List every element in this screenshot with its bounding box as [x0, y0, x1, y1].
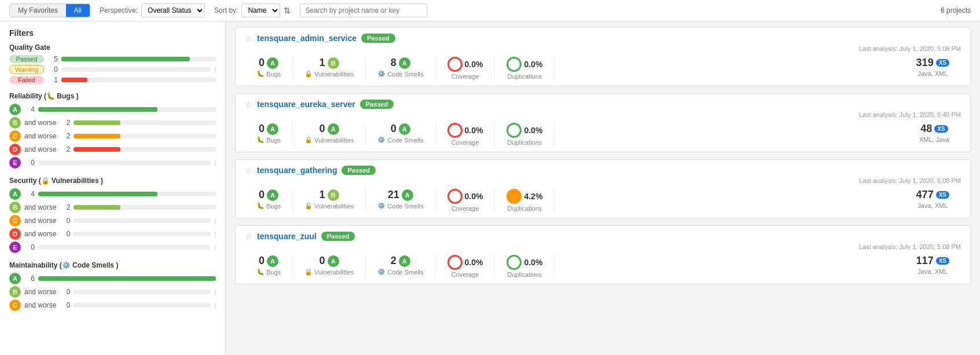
security-B-row: B and worse 2	[9, 202, 216, 213]
status-badge-1: Passed	[360, 100, 394, 109]
quality-gate-warning-row: Warning 0 |	[9, 65, 216, 74]
smells-count-0: 8	[391, 57, 397, 69]
maint-grade-B-badge[interactable]: B	[9, 286, 21, 298]
project-name-3[interactable]: tensquare_zuul	[257, 232, 317, 241]
reliability-C-row: C and worse 2	[9, 130, 216, 142]
warning-badge[interactable]: Warning	[9, 65, 44, 74]
security-B-bar	[74, 205, 120, 210]
coverage-metric-0: 0.0% Coverage	[436, 57, 495, 80]
bugs-label-0: 🐛 Bugs	[256, 70, 281, 78]
smells-metric-2: 21A ⚙️ Code Smells	[366, 189, 435, 212]
security-E-bar-wrap	[38, 245, 211, 250]
bugs-grade-0: A	[267, 57, 278, 69]
failed-badge[interactable]: Failed	[9, 76, 44, 84]
vuln-metric-1: 0A 🔒 Vulnerabilities	[293, 123, 366, 146]
quality-gate-title: Quality Gate	[9, 43, 216, 52]
bugs-count-0: 0	[259, 57, 265, 69]
size-badge-0: XS	[936, 59, 949, 67]
sec-grade-E-badge[interactable]: E	[9, 241, 21, 253]
star-icon-3[interactable]: ☆	[245, 232, 252, 241]
quality-gate-failed-row: Failed 1	[9, 76, 216, 84]
grade-A-badge[interactable]: A	[9, 104, 21, 115]
maint-C-label: and worse	[24, 301, 56, 309]
grade-E-badge[interactable]: E	[9, 157, 21, 169]
coverage-circle-0	[447, 57, 463, 72]
failed-bar	[61, 78, 87, 82]
reliability-D-bar	[74, 147, 120, 152]
sec-grade-C-badge[interactable]: C	[9, 215, 21, 226]
card-header-0: ☆ tensquare_admin_service Passed	[245, 34, 961, 43]
star-icon-1[interactable]: ☆	[245, 100, 252, 109]
dup-metric-2: 4.2% Duplications	[495, 189, 555, 212]
card-header-1: ☆ tensquare_eureka_server Passed	[245, 100, 961, 109]
search-input[interactable]	[300, 3, 427, 17]
grade-C-badge[interactable]: C	[9, 130, 21, 142]
maint-B-row: B and worse 0 |	[9, 286, 216, 298]
quality-gate-passed-row: Passed 5	[9, 55, 216, 63]
smells-grade-1: A	[399, 123, 410, 135]
metrics-row-2: 0A 🐛 Bugs 1B 🔒 Vulnerabilities 21A ⚙️ Co…	[245, 189, 961, 212]
passed-badge[interactable]: Passed	[9, 55, 44, 63]
dup-pct-0: 0.0%	[524, 60, 542, 69]
star-icon-0[interactable]: ☆	[245, 34, 252, 43]
dup-circle-0	[506, 57, 522, 72]
star-icon-2[interactable]: ☆	[245, 166, 252, 175]
vuln-metric-3: 0A 🔒 Vulnerabilities	[293, 255, 366, 278]
reliability-B-bar	[74, 120, 120, 125]
grade-B-badge[interactable]: B	[9, 117, 21, 129]
reliability-title: Reliability (🐛 Bugs )	[9, 92, 216, 100]
reliability-B-row: B and worse 2	[9, 117, 216, 129]
reliability-E-count: 0	[24, 159, 35, 167]
project-name-0[interactable]: tensquare_admin_service	[257, 34, 357, 43]
security-D-bar-wrap	[74, 232, 211, 236]
reliability-D-bar-wrap	[74, 147, 216, 152]
project-card-1: ☆ tensquare_eureka_server Passed Last an…	[235, 93, 971, 152]
status-badge-0: Passed	[361, 34, 395, 43]
sortby-select[interactable]: Name	[241, 3, 280, 17]
reliability-C-label: and worse	[24, 132, 56, 140]
project-name-1[interactable]: tensquare_eureka_server	[257, 100, 355, 109]
project-card-2: ☆ tensquare_gathering Passed Last analys…	[235, 159, 971, 218]
project-name-2[interactable]: tensquare_gathering	[257, 166, 337, 175]
vuln-top-0: 1 B	[320, 57, 339, 69]
maint-C-count: 0	[60, 301, 70, 309]
grade-D-badge[interactable]: D	[9, 144, 21, 155]
maint-B-bar-wrap	[74, 290, 211, 294]
bugs-metric-2: 0A 🐛 Bugs	[245, 189, 293, 212]
card-header-3: ☆ tensquare_zuul Passed	[245, 232, 961, 241]
maint-B-tick: |	[214, 288, 216, 295]
maint-grade-C-badge[interactable]: C	[9, 299, 21, 311]
smells-grade-0: A	[399, 57, 410, 69]
security-A-bar	[38, 192, 157, 196]
sort-direction-icon[interactable]: ⇅	[284, 6, 291, 15]
security-A-bar-wrap	[38, 192, 216, 196]
my-favorites-button[interactable]: My Favorites	[10, 4, 66, 17]
security-A-count: 4	[24, 190, 35, 198]
security-E-tick: |	[214, 244, 216, 251]
maint-grade-A-badge[interactable]: A	[9, 273, 21, 284]
maint-B-label: and worse	[24, 288, 56, 296]
security-D-tick: |	[214, 230, 216, 237]
bugs-metric-0: 0 A 🐛 Bugs	[245, 57, 293, 80]
perspective-select[interactable]: Overall Status	[141, 3, 205, 17]
sec-grade-B-badge[interactable]: B	[9, 202, 21, 213]
dup-circle-2	[506, 189, 522, 204]
smells-grade-3: A	[399, 255, 410, 267]
security-A-row: A 4	[9, 188, 216, 200]
security-B-count: 2	[60, 203, 70, 211]
all-button[interactable]: All	[66, 4, 90, 17]
security-D-row: D and worse 0 |	[9, 228, 216, 240]
bugs-metric-3: 0A 🐛 Bugs	[245, 255, 293, 278]
warning-bar-wrap	[61, 67, 211, 72]
reliability-B-bar-wrap	[74, 120, 216, 125]
card-meta-3: Last analysis: July 1, 2020, 5:08 PM	[245, 243, 961, 250]
perspective-group: Perspective: Overall Status	[100, 3, 205, 17]
maint-A-row: A 6	[9, 273, 216, 284]
sec-grade-D-badge[interactable]: D	[9, 228, 21, 240]
maint-A-bar	[38, 276, 216, 281]
sec-grade-A-badge[interactable]: A	[9, 188, 21, 200]
coverage-circle-3	[447, 255, 463, 270]
maint-C-tick: |	[214, 302, 216, 309]
coverage-pct-0: 0.0%	[465, 60, 483, 69]
metrics-row-0: 0 A 🐛 Bugs 1 B 🔒 Vulnerabilities 8 A	[245, 57, 961, 80]
